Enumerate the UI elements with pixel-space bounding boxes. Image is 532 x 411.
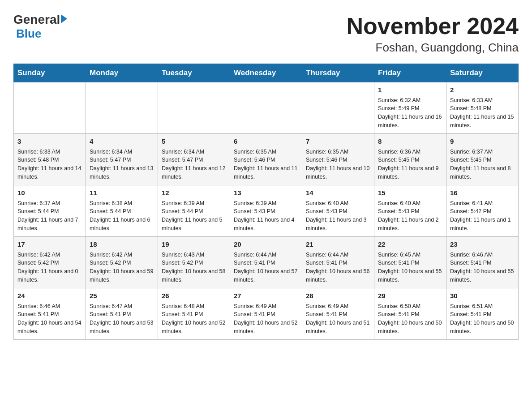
day-header-monday: Monday <box>86 64 158 82</box>
logo-general-text: General <box>13 13 60 26</box>
calendar-table: SundayMondayTuesdayWednesdayThursdayFrid… <box>13 64 519 340</box>
day-info: Sunrise: 6:42 AMSunset: 5:42 PMDaylight:… <box>90 251 154 284</box>
day-cell: 12Sunrise: 6:39 AMSunset: 5:44 PMDayligh… <box>158 185 230 237</box>
day-cell: 15Sunrise: 6:40 AMSunset: 5:43 PMDayligh… <box>374 185 446 237</box>
day-info: Sunrise: 6:46 AMSunset: 5:41 PMDaylight:… <box>450 251 515 284</box>
day-cell <box>230 82 302 134</box>
day-number: 2 <box>450 85 515 95</box>
day-number: 9 <box>450 137 515 147</box>
day-number: 4 <box>90 137 154 147</box>
day-info: Sunrise: 6:34 AMSunset: 5:47 PMDaylight:… <box>162 148 226 181</box>
day-info: Sunrise: 6:41 AMSunset: 5:42 PMDaylight:… <box>450 199 515 233</box>
day-cell: 22Sunrise: 6:45 AMSunset: 5:41 PMDayligh… <box>374 237 446 288</box>
day-info: Sunrise: 6:35 AMSunset: 5:46 PMDaylight:… <box>306 148 370 181</box>
day-number: 23 <box>450 240 515 250</box>
day-number: 29 <box>378 291 442 301</box>
day-info: Sunrise: 6:37 AMSunset: 5:45 PMDaylight:… <box>450 148 515 181</box>
day-number: 7 <box>306 137 370 147</box>
day-number: 28 <box>306 291 370 301</box>
day-info: Sunrise: 6:39 AMSunset: 5:44 PMDaylight:… <box>162 199 226 233</box>
day-info: Sunrise: 6:48 AMSunset: 5:41 PMDaylight:… <box>162 302 226 336</box>
day-info: Sunrise: 6:49 AMSunset: 5:41 PMDaylight:… <box>306 302 370 336</box>
day-info: Sunrise: 6:32 AMSunset: 5:49 PMDaylight:… <box>378 96 442 130</box>
day-number: 30 <box>450 291 515 301</box>
day-info: Sunrise: 6:43 AMSunset: 5:42 PMDaylight:… <box>162 251 226 284</box>
day-info: Sunrise: 6:35 AMSunset: 5:46 PMDaylight:… <box>234 148 298 181</box>
day-header-friday: Friday <box>374 64 446 82</box>
week-row-1: 1Sunrise: 6:32 AMSunset: 5:49 PMDaylight… <box>14 82 519 134</box>
day-info: Sunrise: 6:38 AMSunset: 5:44 PMDaylight:… <box>90 199 154 233</box>
day-cell <box>14 82 86 134</box>
week-row-5: 24Sunrise: 6:46 AMSunset: 5:41 PMDayligh… <box>14 288 519 340</box>
day-number: 25 <box>90 291 154 301</box>
calendar-title: November 2024 <box>347 13 519 39</box>
day-cell: 30Sunrise: 6:51 AMSunset: 5:41 PMDayligh… <box>446 288 519 340</box>
week-row-2: 3Sunrise: 6:33 AMSunset: 5:48 PMDaylight… <box>14 134 519 185</box>
header: General Blue November 2024 Foshan, Guang… <box>13 13 519 55</box>
day-cell: 20Sunrise: 6:44 AMSunset: 5:41 PMDayligh… <box>230 237 302 288</box>
day-number: 20 <box>234 240 298 250</box>
day-number: 22 <box>378 240 442 250</box>
day-info: Sunrise: 6:42 AMSunset: 5:42 PMDaylight:… <box>17 251 82 284</box>
day-cell: 19Sunrise: 6:43 AMSunset: 5:42 PMDayligh… <box>158 237 230 288</box>
day-cell: 28Sunrise: 6:49 AMSunset: 5:41 PMDayligh… <box>302 288 374 340</box>
day-cell: 24Sunrise: 6:46 AMSunset: 5:41 PMDayligh… <box>14 288 86 340</box>
day-cell: 2Sunrise: 6:33 AMSunset: 5:48 PMDaylight… <box>446 82 519 134</box>
day-cell: 8Sunrise: 6:36 AMSunset: 5:45 PMDaylight… <box>374 134 446 185</box>
day-cell: 4Sunrise: 6:34 AMSunset: 5:47 PMDaylight… <box>86 134 158 185</box>
day-cell: 25Sunrise: 6:47 AMSunset: 5:41 PMDayligh… <box>86 288 158 340</box>
day-info: Sunrise: 6:39 AMSunset: 5:43 PMDaylight:… <box>234 199 298 233</box>
day-info: Sunrise: 6:44 AMSunset: 5:41 PMDaylight:… <box>234 251 298 284</box>
day-number: 19 <box>162 240 226 250</box>
day-number: 26 <box>162 291 226 301</box>
days-header-row: SundayMondayTuesdayWednesdayThursdayFrid… <box>14 64 519 82</box>
day-header-tuesday: Tuesday <box>158 64 230 82</box>
day-info: Sunrise: 6:33 AMSunset: 5:48 PMDaylight:… <box>17 148 82 181</box>
day-number: 10 <box>17 188 82 198</box>
day-cell: 29Sunrise: 6:50 AMSunset: 5:41 PMDayligh… <box>374 288 446 340</box>
day-number: 6 <box>234 137 298 147</box>
logo: General Blue <box>13 13 67 41</box>
day-number: 11 <box>90 188 154 198</box>
day-cell: 11Sunrise: 6:38 AMSunset: 5:44 PMDayligh… <box>86 185 158 237</box>
day-cell: 9Sunrise: 6:37 AMSunset: 5:45 PMDaylight… <box>446 134 519 185</box>
day-header-thursday: Thursday <box>302 64 374 82</box>
day-cell: 7Sunrise: 6:35 AMSunset: 5:46 PMDaylight… <box>302 134 374 185</box>
day-info: Sunrise: 6:34 AMSunset: 5:47 PMDaylight:… <box>90 148 154 181</box>
day-cell: 14Sunrise: 6:40 AMSunset: 5:43 PMDayligh… <box>302 185 374 237</box>
day-cell: 27Sunrise: 6:49 AMSunset: 5:41 PMDayligh… <box>230 288 302 340</box>
day-info: Sunrise: 6:33 AMSunset: 5:48 PMDaylight:… <box>450 96 515 130</box>
day-cell: 1Sunrise: 6:32 AMSunset: 5:49 PMDaylight… <box>374 82 446 134</box>
day-cell: 26Sunrise: 6:48 AMSunset: 5:41 PMDayligh… <box>158 288 230 340</box>
day-cell: 18Sunrise: 6:42 AMSunset: 5:42 PMDayligh… <box>86 237 158 288</box>
calendar-subtitle: Foshan, Guangdong, China <box>347 41 519 55</box>
day-info: Sunrise: 6:50 AMSunset: 5:41 PMDaylight:… <box>378 302 442 336</box>
day-info: Sunrise: 6:45 AMSunset: 5:41 PMDaylight:… <box>378 251 442 284</box>
day-cell: 10Sunrise: 6:37 AMSunset: 5:44 PMDayligh… <box>14 185 86 237</box>
day-number: 8 <box>378 137 442 147</box>
day-cell <box>302 82 374 134</box>
title-area: November 2024 Foshan, Guangdong, China <box>347 13 519 55</box>
day-cell <box>158 82 230 134</box>
day-cell: 17Sunrise: 6:42 AMSunset: 5:42 PMDayligh… <box>14 237 86 288</box>
day-cell <box>86 82 158 134</box>
logo-arrow-icon <box>61 14 67 23</box>
day-info: Sunrise: 6:44 AMSunset: 5:41 PMDaylight:… <box>306 251 370 284</box>
day-cell: 3Sunrise: 6:33 AMSunset: 5:48 PMDaylight… <box>14 134 86 185</box>
day-info: Sunrise: 6:40 AMSunset: 5:43 PMDaylight:… <box>378 199 442 233</box>
day-header-sunday: Sunday <box>14 64 86 82</box>
day-number: 1 <box>378 85 442 95</box>
day-cell: 13Sunrise: 6:39 AMSunset: 5:43 PMDayligh… <box>230 185 302 237</box>
day-number: 17 <box>17 240 82 250</box>
day-number: 18 <box>90 240 154 250</box>
day-cell: 16Sunrise: 6:41 AMSunset: 5:42 PMDayligh… <box>446 185 519 237</box>
day-cell: 5Sunrise: 6:34 AMSunset: 5:47 PMDaylight… <box>158 134 230 185</box>
day-info: Sunrise: 6:46 AMSunset: 5:41 PMDaylight:… <box>17 302 82 336</box>
day-number: 13 <box>234 188 298 198</box>
day-info: Sunrise: 6:36 AMSunset: 5:45 PMDaylight:… <box>378 148 442 181</box>
day-number: 21 <box>306 240 370 250</box>
week-row-3: 10Sunrise: 6:37 AMSunset: 5:44 PMDayligh… <box>14 185 519 237</box>
day-cell: 21Sunrise: 6:44 AMSunset: 5:41 PMDayligh… <box>302 237 374 288</box>
day-info: Sunrise: 6:51 AMSunset: 5:41 PMDaylight:… <box>450 302 515 336</box>
logo-blue-text: Blue <box>16 27 41 41</box>
